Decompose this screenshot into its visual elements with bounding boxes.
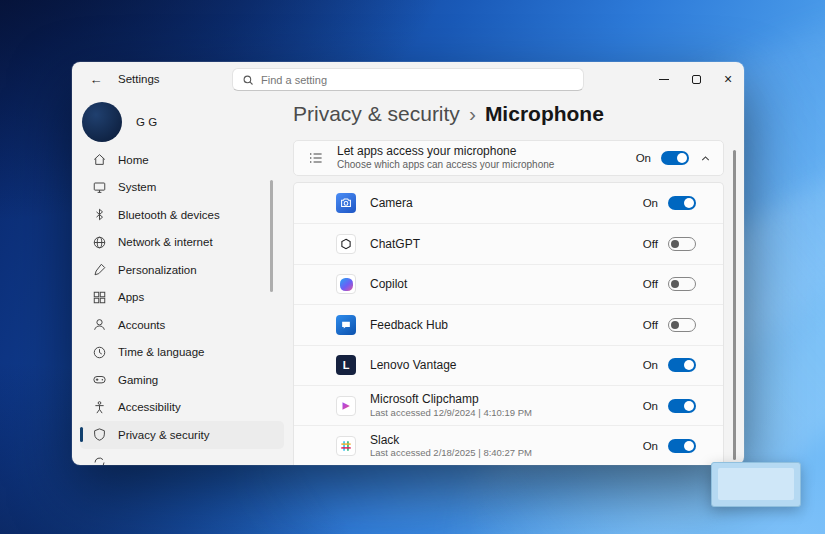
master-toggle-card: Let apps access your microphone Choose w…: [293, 140, 724, 176]
toggle-knob: [671, 321, 679, 329]
back-arrow-icon: ←: [90, 72, 103, 87]
app-name: Lenovo Vantage: [370, 358, 457, 372]
master-toggle-title: Let apps access your microphone: [337, 144, 554, 159]
app-toggle-state: Off: [643, 238, 658, 250]
app-text: Microsoft Clipchamp Last accessed 12/9/2…: [370, 392, 532, 419]
settings-window: ← Settings × G G Home: [72, 62, 744, 465]
sidebar-item-apps[interactable]: Apps: [80, 284, 284, 312]
app-row-copilot: Copilot Off: [294, 264, 723, 304]
app-last-accessed: Last accessed 2/18/2025 | 8:40:27 PM: [370, 447, 532, 459]
slack-app-icon: [336, 436, 356, 456]
sidebar-item-label: Network & internet: [118, 236, 213, 248]
app-row-chatgpt: ChatGPT Off: [294, 223, 723, 263]
apps-icon: [92, 290, 107, 305]
app-last-accessed: Last accessed 12/9/2024 | 4:10:19 PM: [370, 407, 532, 419]
toggle-knob: [677, 153, 687, 163]
app-row-camera: Camera On: [294, 183, 723, 223]
sidebar-item-network-internet[interactable]: Network & internet: [80, 229, 284, 257]
sidebar-scrollbar[interactable]: [270, 180, 273, 292]
toggle-knob: [684, 360, 694, 370]
clock-icon: [92, 345, 107, 360]
sidebar-item-label: System: [118, 181, 156, 193]
avatar: [82, 102, 122, 142]
sidebar: G G Home System Bluetooth & devices Netw…: [80, 98, 284, 465]
sync-icon: [92, 455, 107, 465]
sidebar-item-label: Gaming: [118, 374, 158, 386]
clipchamp-app-icon: [336, 396, 356, 416]
app-row-lenovo-vantage: L Lenovo Vantage On: [294, 345, 723, 385]
camera-app-icon: [336, 193, 356, 213]
app-row-clipchamp: Microsoft Clipchamp Last accessed 12/9/2…: [294, 385, 723, 425]
app-row-slack: Slack Last accessed 2/18/2025 | 8:40:27 …: [294, 425, 723, 465]
app-name: Camera: [370, 196, 413, 210]
master-toggle-switch[interactable]: [661, 151, 689, 165]
app-permission-list: Camera On ChatGPT Off: [293, 182, 724, 465]
feedback-hub-app-icon: [336, 315, 356, 335]
sidebar-item-accounts[interactable]: Accounts: [80, 311, 284, 339]
copilot-toggle-switch[interactable]: [668, 277, 696, 291]
lenovo-vantage-toggle-switch[interactable]: [668, 358, 696, 372]
app-name: Microsoft Clipchamp: [370, 392, 532, 406]
app-toggle-state: Off: [643, 278, 658, 290]
user-profile[interactable]: G G: [80, 98, 284, 146]
sidebar-item-privacy-security[interactable]: Privacy & security: [80, 421, 284, 449]
toggle-knob: [684, 441, 694, 451]
sidebar-item-label: Bluetooth & devices: [118, 209, 220, 221]
background-window-peek[interactable]: [711, 462, 801, 507]
content-scrollbar[interactable]: [733, 150, 736, 460]
toggle-knob: [684, 401, 694, 411]
master-toggle-text: Let apps access your microphone Choose w…: [337, 144, 554, 172]
app-name: ChatGPT: [370, 237, 420, 251]
camera-toggle-switch[interactable]: [668, 196, 696, 210]
sidebar-item-system[interactable]: System: [80, 174, 284, 202]
search-icon: [242, 74, 254, 86]
sidebar-item-label: Time & language: [118, 346, 205, 358]
chatgpt-app-icon: [336, 234, 356, 254]
sidebar-item-bluetooth-devices[interactable]: Bluetooth & devices: [80, 201, 284, 229]
sidebar-item-accessibility[interactable]: Accessibility: [80, 394, 284, 422]
sidebar-item-label: Apps: [118, 291, 144, 303]
app-toggle-state: On: [643, 440, 658, 452]
app-toggle-state: On: [643, 359, 658, 371]
chevron-up-icon: [699, 152, 712, 165]
sidebar-item-personalization[interactable]: Personalization: [80, 256, 284, 284]
background-window-peek-inner: [718, 468, 794, 500]
app-permissions-list-icon: [308, 150, 324, 166]
breadcrumb-separator-icon: ›: [469, 102, 476, 126]
sidebar-item-home[interactable]: Home: [80, 146, 284, 174]
clipchamp-toggle-switch[interactable]: [668, 399, 696, 413]
lenovo-vantage-app-icon: L: [336, 355, 356, 375]
accounts-icon: [92, 317, 107, 332]
personalization-icon: [92, 262, 107, 277]
user-name: G G: [136, 116, 157, 128]
app-title: Settings: [118, 73, 160, 85]
master-toggle-subtitle: Choose which apps can access your microp…: [337, 159, 554, 172]
accessibility-icon: [92, 400, 107, 415]
selection-indicator: [80, 427, 83, 442]
toggle-knob: [684, 198, 694, 208]
sidebar-item-label: Home: [118, 154, 149, 166]
back-button[interactable]: ←: [82, 68, 110, 90]
app-toggle-state: On: [643, 400, 658, 412]
sidebar-item-partial[interactable]: [80, 449, 284, 466]
system-icon: [92, 180, 107, 195]
feedback-hub-toggle-switch[interactable]: [668, 318, 696, 332]
chatgpt-toggle-switch[interactable]: [668, 237, 696, 251]
network-icon: [92, 235, 107, 250]
page-title: Microphone: [485, 102, 604, 126]
content-pane: Privacy & security › Microphone Let apps…: [293, 62, 744, 465]
home-icon: [92, 152, 107, 167]
app-toggle-state: On: [643, 197, 658, 209]
sidebar-item-gaming[interactable]: Gaming: [80, 366, 284, 394]
app-text: Slack Last accessed 2/18/2025 | 8:40:27 …: [370, 433, 532, 460]
sidebar-item-time-language[interactable]: Time & language: [80, 339, 284, 367]
shield-icon: [92, 427, 107, 442]
app-row-feedback-hub: Feedback Hub Off: [294, 304, 723, 344]
collapse-button[interactable]: [699, 152, 712, 165]
breadcrumb-parent[interactable]: Privacy & security: [293, 102, 460, 126]
app-toggle-state: Off: [643, 319, 658, 331]
sidebar-item-label: Accounts: [118, 319, 165, 331]
app-name: Feedback Hub: [370, 318, 448, 332]
breadcrumb: Privacy & security › Microphone: [293, 102, 604, 126]
slack-toggle-switch[interactable]: [668, 439, 696, 453]
